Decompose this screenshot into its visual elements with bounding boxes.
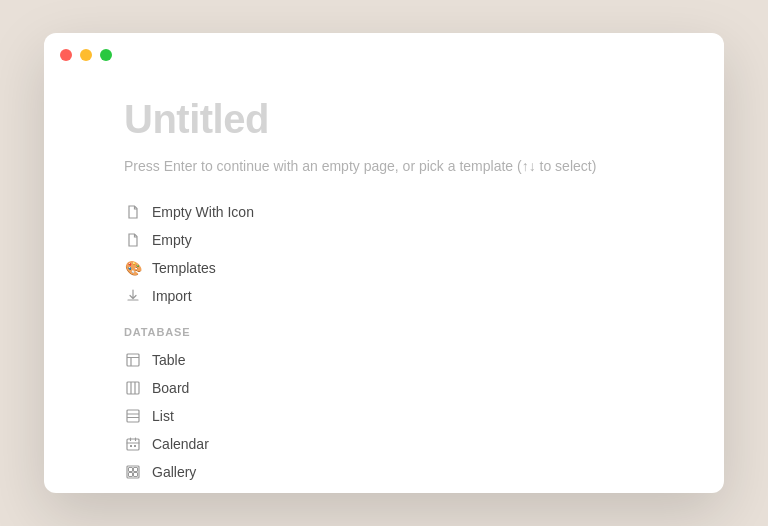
svg-rect-7 xyxy=(129,468,133,472)
svg-rect-9 xyxy=(129,473,133,477)
menu-item-empty[interactable]: Empty xyxy=(124,226,644,254)
menu-item-empty-with-icon[interactable]: Empty With Icon xyxy=(124,198,644,226)
calendar-icon xyxy=(124,435,142,453)
menu-item-list[interactable]: List xyxy=(124,402,644,430)
doc-icon xyxy=(124,231,142,249)
menu-item-table[interactable]: Table xyxy=(124,346,644,374)
table-icon xyxy=(124,351,142,369)
menu-item-label: Calendar xyxy=(152,436,209,452)
svg-rect-2 xyxy=(127,410,139,422)
doc-icon xyxy=(124,203,142,221)
menu-item-gallery[interactable]: Gallery xyxy=(124,458,644,486)
svg-rect-8 xyxy=(134,468,138,472)
svg-rect-1 xyxy=(127,382,139,394)
app-window: Untitled Press Enter to continue with an… xyxy=(44,33,724,493)
titlebar xyxy=(44,33,724,77)
menu-item-label: Import xyxy=(152,288,192,304)
menu-item-import[interactable]: Import xyxy=(124,282,644,310)
maximize-button[interactable] xyxy=(100,49,112,61)
menu-item-label: Table xyxy=(152,352,185,368)
menu-item-label: Templates xyxy=(152,260,216,276)
page-title: Untitled xyxy=(124,97,644,142)
svg-rect-10 xyxy=(134,473,138,477)
menu-item-label: List xyxy=(152,408,174,424)
board-icon xyxy=(124,379,142,397)
svg-rect-0 xyxy=(127,354,139,366)
minimize-button[interactable] xyxy=(80,49,92,61)
menu-item-label: Gallery xyxy=(152,464,196,480)
templates-icon: 🎨 xyxy=(124,259,142,277)
list-icon xyxy=(124,407,142,425)
menu-item-label: Empty With Icon xyxy=(152,204,254,220)
page-subtitle: Press Enter to continue with an empty pa… xyxy=(124,158,644,174)
svg-rect-3 xyxy=(127,439,139,450)
menu-item-label: Board xyxy=(152,380,189,396)
menu-item-label: Empty xyxy=(152,232,192,248)
menu-item-templates[interactable]: 🎨 Templates xyxy=(124,254,644,282)
close-button[interactable] xyxy=(60,49,72,61)
download-icon xyxy=(124,287,142,305)
database-menu-list: Table Board List xyxy=(124,346,644,486)
main-menu-list: Empty With Icon Empty 🎨 Templates xyxy=(124,198,644,310)
svg-rect-5 xyxy=(134,445,136,447)
svg-rect-4 xyxy=(130,445,132,447)
menu-item-board[interactable]: Board xyxy=(124,374,644,402)
gallery-icon xyxy=(124,463,142,481)
database-section-label: DATABASE xyxy=(124,326,644,338)
main-content: Untitled Press Enter to continue with an… xyxy=(44,77,724,493)
menu-item-calendar[interactable]: Calendar xyxy=(124,430,644,458)
